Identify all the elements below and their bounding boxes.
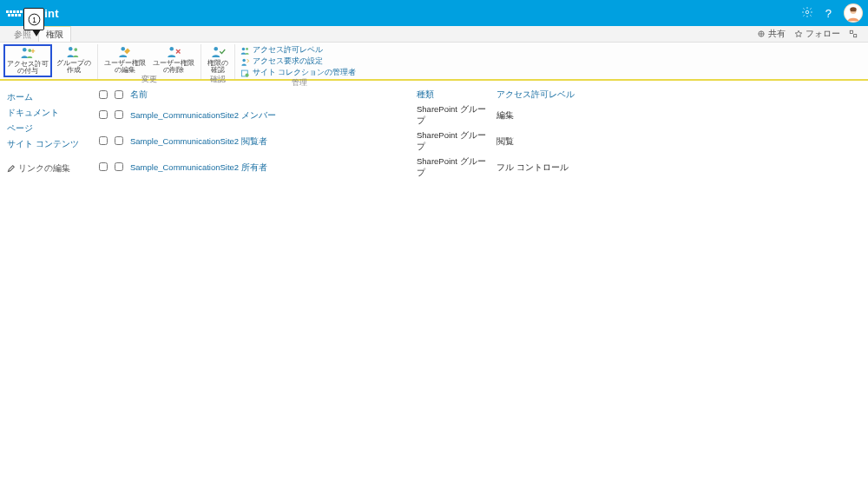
follow-label: フォロー — [806, 28, 840, 40]
row-name-link[interactable]: Sample_CommunicationSite2 所有者 — [127, 155, 413, 181]
remove-user-permissions-button[interactable]: ユーザー権限 の削除 — [150, 44, 197, 75]
col-header-level[interactable]: アクセス許可レベル — [493, 88, 859, 102]
row-checkbox[interactable] — [99, 110, 108, 119]
row-level: 編集 — [493, 102, 859, 129]
row-name-link[interactable]: Sample_CommunicationSite2 閲覧者 — [127, 129, 413, 155]
ribbon-group-manage: アクセス許可レベル アクセス要求の設定 サイト コレクションの管理者 管理 — [235, 44, 363, 79]
row-checkbox[interactable] — [99, 162, 108, 171]
row-type: SharePoint グループ — [413, 102, 493, 129]
svg-point-0 — [806, 10, 809, 14]
avatar[interactable] — [844, 3, 863, 23]
suite-bar: Point ? — [0, 0, 868, 26]
svg-point-19 — [246, 73, 249, 76]
create-group-label: グループの 作成 — [56, 60, 91, 75]
content-area: 名前 種類 アクセス許可レベル Sample_CommunicationSite… — [95, 81, 868, 488]
svg-point-15 — [242, 47, 245, 49]
row-type: SharePoint グループ — [413, 129, 493, 155]
check-permissions-button[interactable]: 権限の 確認 — [205, 44, 231, 75]
help-icon[interactable]: ? — [825, 7, 832, 20]
edit-user-permissions-button[interactable]: ユーザー権限 の編集 — [102, 44, 148, 75]
app-launcher-icon[interactable] — [5, 4, 23, 22]
permissions-table: 名前 種類 アクセス許可レベル Sample_CommunicationSite… — [95, 88, 859, 181]
svg-point-13 — [170, 47, 174, 51]
svg-point-16 — [246, 48, 248, 50]
remove-user-permissions-label: ユーザー権限 の削除 — [153, 60, 194, 75]
row-name-link[interactable]: Sample_CommunicationSite2 メンバー — [127, 102, 413, 129]
row-level: 閲覧 — [493, 129, 859, 155]
create-group-button[interactable]: グループの 作成 — [54, 44, 94, 77]
focus-toggle[interactable] — [849, 30, 858, 38]
svg-point-11 — [74, 48, 77, 51]
svg-point-8 — [23, 48, 27, 52]
svg-point-9 — [28, 49, 31, 52]
ribbon-group-check: 権限の 確認 確認 — [201, 44, 235, 79]
edit-user-permissions-label: ユーザー権限 の編集 — [104, 60, 146, 75]
table-row: Sample_CommunicationSite2 メンバーSharePoint… — [95, 102, 859, 129]
col-header-type[interactable]: 種類 — [413, 88, 493, 102]
callout-arrow-icon — [32, 30, 41, 36]
select-all-checkbox-2[interactable] — [115, 90, 123, 99]
nav-pages[interactable]: ページ — [7, 121, 89, 136]
gear-icon[interactable] — [801, 6, 813, 20]
svg-rect-6 — [850, 30, 852, 33]
grant-permissions-label: アクセス許可 の付与 — [7, 61, 49, 76]
row-checkbox-2[interactable] — [115, 136, 123, 145]
svg-point-14 — [214, 47, 219, 51]
access-request-settings-link[interactable]: アクセス要求の設定 — [240, 56, 356, 67]
row-checkbox-2[interactable] — [115, 162, 123, 171]
check-permissions-label: 権限の 確認 — [207, 60, 228, 75]
svg-point-10 — [69, 47, 73, 51]
select-all-checkbox[interactable] — [99, 90, 108, 99]
svg-point-17 — [242, 58, 245, 61]
access-request-settings-label: アクセス要求の設定 — [253, 56, 323, 67]
nav-site-contents[interactable]: サイト コンテンツ — [7, 136, 89, 152]
ribbon: アクセス許可 の付与 グループの 作成 ユーザー権限 の編集 ユーザー権限 の削… — [0, 43, 868, 81]
permission-levels-link[interactable]: アクセス許可レベル — [240, 45, 356, 56]
share-label: 共有 — [768, 28, 786, 40]
share-link[interactable]: 共有 — [757, 28, 786, 40]
grant-permissions-button[interactable]: アクセス許可 の付与 — [3, 44, 52, 77]
svg-point-12 — [122, 47, 126, 51]
left-nav: ホーム ドキュメント ページ サイト コンテンツ リンクの編集 — [0, 81, 95, 488]
row-level: フル コントロール — [493, 155, 859, 181]
permission-levels-label: アクセス許可レベル — [253, 45, 323, 56]
callout-badge: 1 — [23, 8, 44, 30]
main-area: ホーム ドキュメント ページ サイト コンテンツ リンクの編集 名前 種類 アク… — [0, 81, 868, 488]
table-row: Sample_CommunicationSite2 閲覧者SharePoint … — [95, 129, 859, 155]
edit-links-label: リンクの編集 — [18, 162, 70, 175]
ribbon-tab-strip: 参照 権限 共有 フォロー — [0, 26, 868, 43]
row-type: SharePoint グループ — [413, 155, 493, 181]
ribbon-group-grant: アクセス許可 の付与 グループの 作成 — [0, 44, 98, 79]
site-collection-admins-label: サイト コレクションの管理者 — [253, 68, 356, 78]
nav-home[interactable]: ホーム — [7, 89, 89, 105]
edit-links-link[interactable]: リンクの編集 — [7, 162, 89, 175]
site-collection-admins-link[interactable]: サイト コレクションの管理者 — [240, 68, 356, 78]
ribbon-group-change: ユーザー権限 の編集 ユーザー権限 の削除 変更 — [98, 44, 201, 79]
row-checkbox-2[interactable] — [115, 110, 123, 119]
pencil-icon — [7, 165, 15, 173]
col-header-name[interactable]: 名前 — [127, 88, 413, 102]
svg-text:1: 1 — [32, 16, 36, 23]
table-row: Sample_CommunicationSite2 所有者SharePoint … — [95, 155, 859, 181]
nav-documents[interactable]: ドキュメント — [7, 105, 89, 121]
svg-rect-7 — [854, 35, 857, 37]
row-checkbox[interactable] — [99, 136, 108, 145]
follow-link[interactable]: フォロー — [794, 28, 840, 40]
